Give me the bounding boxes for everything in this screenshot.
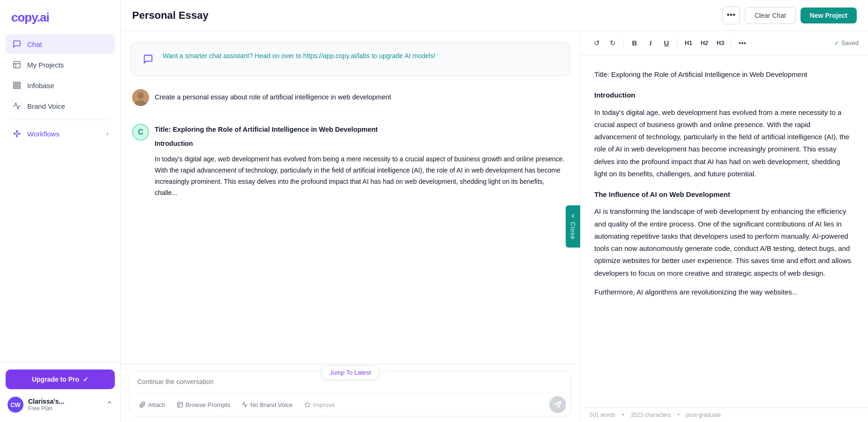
- chat-notice: Want a smarter chat assistant? Head on o…: [130, 42, 570, 76]
- app-logo: copy.ai: [0, 0, 120, 34]
- saved-label: Saved: [841, 39, 859, 46]
- h3-button[interactable]: H3: [713, 36, 727, 50]
- editor-section1-text: In today's digital age, web development …: [594, 106, 854, 181]
- bullet-separator-1: •: [622, 412, 624, 418]
- user-message-text: Create a personal essay about role of ar…: [155, 89, 391, 103]
- user-message-avatar: [132, 89, 149, 106]
- sidebar-item-infobase[interactable]: Infobase: [6, 75, 115, 95]
- underline-button[interactable]: U: [659, 36, 673, 50]
- ai-message-content: Title: Exploring the Role of Artificial …: [155, 124, 569, 203]
- projects-icon: [12, 60, 22, 69]
- more-dots-icon: •••: [726, 10, 735, 20]
- header-actions: ••• Clear Chat New Project: [722, 7, 857, 24]
- ai-section-text: In today's digital age, web development …: [155, 154, 569, 198]
- close-panel-tab[interactable]: Close: [566, 205, 580, 248]
- browse-prompts-button[interactable]: Browse Prompts: [172, 399, 235, 411]
- chat-icon: [12, 39, 22, 49]
- sidebar-item-projects-label: My Projects: [27, 61, 64, 69]
- svg-rect-0: [14, 61, 20, 68]
- editor-section2-text: AI is transforming the landscape of web …: [594, 205, 854, 279]
- header: Personal Essay ••• Clear Chat New Projec…: [121, 0, 868, 31]
- attach-button[interactable]: Attach: [135, 399, 170, 411]
- user-name: Clarissa's...: [28, 398, 101, 405]
- svg-rect-5: [14, 87, 21, 89]
- editor-section3-text: Furthermore, AI algorithms are revolutio…: [594, 286, 854, 298]
- attach-label: Attach: [148, 401, 165, 408]
- send-button[interactable]: [549, 396, 566, 413]
- sidebar-item-brand-voice-label: Brand Voice: [27, 102, 65, 110]
- more-options-button[interactable]: •••: [722, 7, 740, 24]
- editor-section1-heading: Introduction: [594, 89, 854, 101]
- upgrade-to-pro-button[interactable]: Upgrade to Pro ✓: [6, 369, 115, 389]
- main-content: Personal Essay ••• Clear Chat New Projec…: [121, 0, 868, 422]
- sidebar-item-my-projects[interactable]: My Projects: [6, 55, 115, 75]
- editor-title: Title: Exploring the Role of Artificial …: [594, 68, 854, 81]
- editor-panel: ↺ ↻ B I U H1 H2 H3 ••• ✓ Saved Title: Ex…: [580, 31, 868, 422]
- user-plan: Free Plan: [28, 405, 101, 412]
- svg-point-15: [137, 92, 144, 99]
- sidebar-divider: [11, 120, 109, 120]
- workflows-chevron-icon: ›: [106, 130, 108, 137]
- upgrade-label: Upgrade to Pro: [32, 376, 79, 383]
- sidebar-item-workflows[interactable]: Workflows ›: [6, 124, 115, 143]
- brand-voice-label: No Brand Voice: [250, 401, 292, 408]
- user-message: Create a personal essay about role of ar…: [130, 84, 570, 111]
- user-info[interactable]: CW Clarissa's... Free Plan ⌃: [6, 395, 115, 414]
- page-title: Personal Essay: [132, 9, 722, 22]
- h1-button[interactable]: H1: [681, 36, 696, 50]
- bold-button[interactable]: B: [628, 36, 642, 50]
- infobase-icon: [12, 81, 22, 90]
- notice-icon: [140, 51, 156, 67]
- toolbar-separator-1: [623, 38, 624, 48]
- more-formatting-button[interactable]: •••: [735, 36, 749, 50]
- sidebar-item-workflows-label: Workflows: [27, 130, 60, 138]
- brand-voice-small-icon: [241, 401, 248, 408]
- improve-button[interactable]: Improve: [299, 399, 340, 411]
- workflows-icon: [12, 129, 22, 138]
- svg-rect-4: [14, 85, 21, 86]
- sidebar-item-chat[interactable]: Chat: [6, 34, 115, 54]
- editor-toolbar: ↺ ↻ B I U H1 H2 H3 ••• ✓ Saved: [580, 31, 868, 55]
- italic-button[interactable]: I: [644, 36, 658, 50]
- browse-prompts-icon: [177, 401, 183, 408]
- user-menu-chevron-icon[interactable]: ⌃: [106, 399, 113, 410]
- notice-text: Want a smarter chat assistant? Head on o…: [163, 51, 435, 61]
- redo-button[interactable]: ↻: [606, 36, 620, 50]
- brand-voice-button[interactable]: No Brand Voice: [237, 399, 297, 411]
- clear-chat-button[interactable]: Clear Chat: [745, 7, 796, 24]
- bullet-separator-2: •: [678, 412, 680, 418]
- upgrade-checkmark-icon: ✓: [83, 376, 89, 383]
- svg-rect-3: [14, 82, 21, 83]
- send-icon: [554, 401, 561, 408]
- svg-rect-17: [178, 402, 183, 407]
- saved-status: ✓ Saved: [834, 39, 859, 46]
- ai-section-heading: Introduction: [155, 138, 569, 150]
- editor-section2-heading: The Influence of AI on Web Development: [594, 188, 854, 201]
- svg-marker-20: [305, 402, 310, 407]
- saved-checkmark: ✓: [834, 39, 839, 46]
- user-text: Clarissa's... Free Plan: [28, 398, 101, 412]
- attach-icon: [139, 401, 146, 408]
- close-tab-label: Close: [569, 222, 576, 240]
- sidebar: copy.ai Chat My Projects: [0, 0, 121, 422]
- editor-footer: 501 words • 3523 characters • post-gradu…: [580, 407, 868, 422]
- jump-to-latest-button[interactable]: Jump To Latest: [321, 365, 380, 380]
- user-avatar: CW: [7, 397, 23, 413]
- undo-button[interactable]: ↺: [590, 36, 604, 50]
- new-project-button[interactable]: New Project: [801, 8, 857, 23]
- improve-label: Improve: [313, 401, 335, 408]
- toolbar-separator-3: [731, 38, 732, 48]
- ai-avatar: C: [132, 124, 149, 141]
- chat-panel: Want a smarter chat assistant? Head on o…: [121, 31, 580, 422]
- h2-button[interactable]: H2: [697, 36, 711, 50]
- sidebar-item-brand-voice[interactable]: Brand Voice: [6, 96, 115, 116]
- editor-content[interactable]: Title: Exploring the Role of Artificial …: [580, 55, 868, 407]
- character-count: 3523 characters: [631, 412, 671, 418]
- browse-prompts-label: Browse Prompts: [186, 401, 230, 408]
- toolbar-separator-2: [677, 38, 678, 48]
- split-pane: Want a smarter chat assistant? Head on o…: [121, 31, 868, 422]
- sidebar-bottom: Upgrade to Pro ✓ CW Clarissa's... Free P…: [0, 362, 120, 422]
- chat-messages: Want a smarter chat assistant? Head on o…: [121, 31, 580, 364]
- ai-title: Title: Exploring the Role of Artificial …: [155, 124, 569, 136]
- improve-icon: [304, 401, 311, 408]
